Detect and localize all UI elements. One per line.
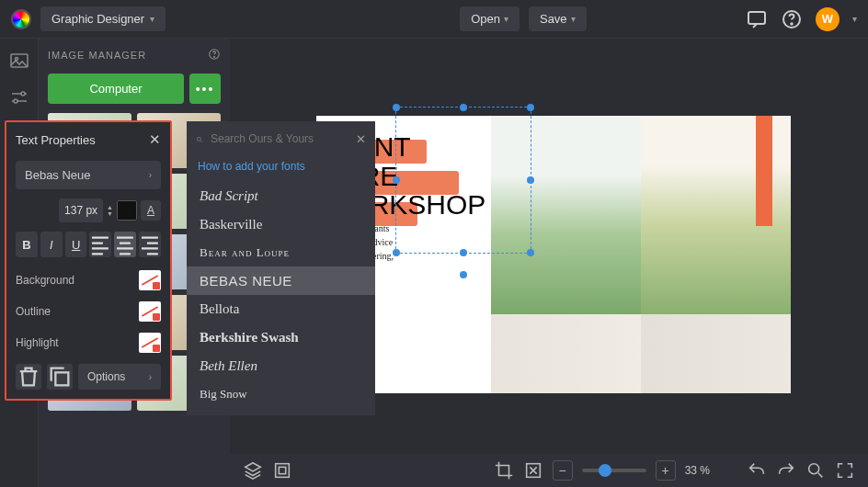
artboard-icon[interactable] [272,460,292,481]
zoom-out-button[interactable]: − [553,460,573,481]
zoom-thumb[interactable] [599,464,611,477]
chevron-down-icon[interactable]: ▾ [852,14,857,24]
save-button[interactable]: Save ▾ [529,6,587,31]
svg-rect-12 [279,467,285,473]
zoom-in-button[interactable]: + [656,460,676,481]
chevron-down-icon: ▾ [504,14,508,24]
italic-button[interactable]: I [40,232,63,257]
selection-box[interactable] [395,107,531,254]
highlight-color-picker[interactable] [139,333,161,353]
options-label: Options [87,370,125,383]
svg-rect-0 [748,12,765,24]
text-color-swatch[interactable] [117,200,137,221]
app-logo[interactable] [11,9,31,29]
design-canvas[interactable]: PLANT CARE WORKSHOP your indoor plants w… [316,116,791,393]
close-icon[interactable]: ✕ [356,132,366,146]
font-option[interactable]: Bear and Loupe [187,239,375,266]
canvas-image[interactable] [491,314,641,393]
top-bar: Graphic Designer ▾ Open ▾ Save ▾ W ▾ [0,0,868,39]
bold-button[interactable]: B [16,232,38,257]
bottom-bar: − + 33 % [230,454,868,487]
computer-label: Computer [89,82,142,96]
mode-selector[interactable]: Graphic Designer ▾ [40,6,166,31]
chevron-right-icon: › [149,170,152,180]
zoom-value: 33 % [685,464,710,477]
chevron-down-icon: ▾ [571,14,576,24]
help-icon[interactable] [208,48,221,62]
chevron-right-icon: › [149,372,152,382]
font-option[interactable]: Bad Script [187,182,375,210]
font-search-input[interactable] [211,132,348,145]
panel-title: IMAGE MANAGER [48,50,146,61]
redo-icon[interactable] [776,460,796,481]
outline-color-picker[interactable] [139,301,161,322]
highlight-label: Highlight [16,336,59,349]
svg-point-6 [14,99,17,103]
upload-more-button[interactable]: ••• [189,74,221,104]
align-right-button[interactable] [139,232,161,257]
chevron-down-icon: ▾ [150,14,154,24]
user-avatar[interactable]: W [816,7,839,31]
align-left-button[interactable] [89,232,111,257]
zoom-slider[interactable] [582,469,646,472]
save-label: Save [540,12,567,26]
help-icon[interactable] [781,8,803,30]
outline-label: Outline [16,305,51,318]
background-color-picker[interactable] [139,270,161,290]
font-option[interactable]: Baskerville [187,210,375,239]
svg-point-14 [809,464,819,474]
font-size-input[interactable] [59,198,103,222]
svg-point-5 [21,92,25,96]
fit-icon[interactable] [523,460,543,481]
chat-icon[interactable] [746,8,768,30]
svg-rect-9 [55,372,68,385]
font-option-selected[interactable]: Bebas Neue [187,266,375,295]
expand-icon[interactable] [835,460,855,481]
font-selector[interactable]: Bebas Neue › [16,161,161,189]
layers-icon[interactable] [243,460,263,481]
close-icon[interactable]: ✕ [149,131,161,148]
align-center-button[interactable] [114,232,136,257]
font-dropdown: ✕ How to add your fonts Bad Script Baske… [187,121,375,415]
svg-point-10 [197,137,200,141]
text-properties-panel: Text Properties ✕ Bebas Neue › ▲▼ A B I … [5,120,172,401]
adjust-tool-icon[interactable] [8,86,30,108]
font-option[interactable]: Beth Ellen [187,352,375,380]
underline-button[interactable]: U [65,232,87,257]
open-label: Open [471,12,500,26]
panel-title: Text Properties [16,133,96,147]
font-name: Bebas Neue [25,168,91,182]
open-button[interactable]: Open ▾ [460,6,520,31]
size-stepper[interactable]: ▲▼ [107,204,113,217]
search-icon[interactable] [805,460,826,481]
font-option[interactable]: Bellota [187,295,375,323]
options-button[interactable]: Options › [78,364,161,390]
image-tool-icon[interactable] [8,50,30,72]
undo-icon[interactable] [747,460,767,481]
canvas-image[interactable] [641,314,791,393]
background-label: Background [16,274,74,287]
search-icon [196,130,203,147]
avatar-initial: W [822,12,833,26]
font-option[interactable]: Big Snow [187,380,375,408]
svg-rect-11 [276,464,290,478]
svg-point-8 [214,56,215,57]
delete-icon[interactable] [16,364,41,390]
canvas-image[interactable] [641,116,791,314]
svg-point-2 [791,23,793,25]
text-color-icon[interactable]: A [141,200,161,221]
upload-computer-button[interactable]: Computer [48,74,184,104]
mode-label: Graphic Designer [51,12,144,26]
duplicate-icon[interactable] [47,364,73,390]
add-fonts-link[interactable]: How to add your fonts [187,156,375,182]
crop-icon[interactable] [494,460,514,481]
font-option[interactable]: Berkshire Swash [187,323,375,352]
